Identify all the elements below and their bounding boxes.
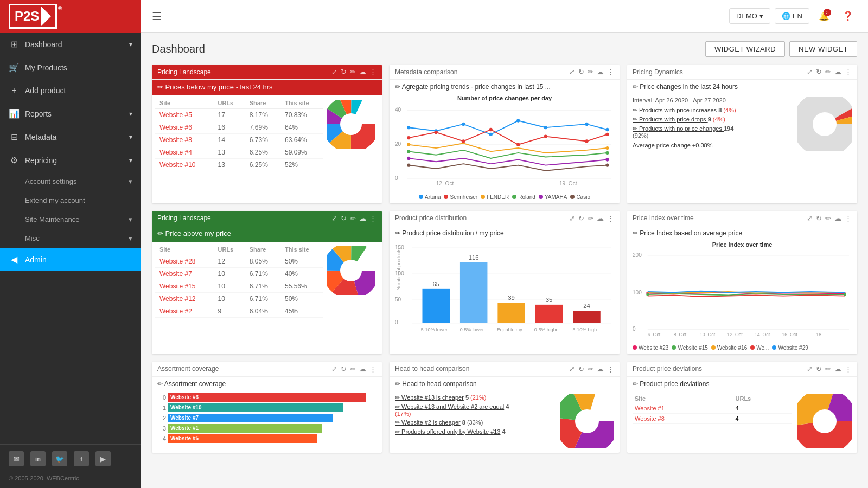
refresh-icon[interactable]: ↻ <box>341 365 347 373</box>
svg-rect-64 <box>497 303 525 323</box>
expand-icon[interactable]: ⤢ <box>569 365 575 373</box>
refresh-icon[interactable]: ↻ <box>578 214 584 222</box>
notifications-button[interactable]: 🔔 3 <box>814 7 833 26</box>
edit-icon[interactable]: ✏ <box>825 214 831 222</box>
pd-row-no-change[interactable]: ✏ Products with no price changes 194 (92… <box>633 125 792 139</box>
cloud-icon[interactable]: ☁ <box>834 365 841 373</box>
table-row: Website #14 <box>633 403 792 413</box>
site-link[interactable]: Website #8 <box>633 413 733 423</box>
assortment-bars: 0Website #61Website #102Website #73Websi… <box>152 390 382 449</box>
expand-icon[interactable]: ⤢ <box>807 365 813 373</box>
twitter-icon[interactable]: 🐦 <box>52 451 67 466</box>
site-link[interactable]: Website #8 <box>155 134 214 146</box>
widget-title: Pricing Landscape <box>157 68 211 76</box>
cloud-icon[interactable]: ☁ <box>597 365 604 373</box>
more-icon[interactable]: ⋮ <box>607 214 614 222</box>
expand-icon[interactable]: ⤢ <box>569 214 575 222</box>
expand-icon[interactable]: ⤢ <box>331 68 337 76</box>
help-button[interactable]: ❓ <box>838 7 857 26</box>
sidebar-item-dashboard[interactable]: ⊞ Dashboard ▾ <box>0 33 141 56</box>
sidebar-item-reports[interactable]: 📊 Reports ▾ <box>0 102 141 125</box>
sidebar-item-admin[interactable]: ◀ Admin <box>0 248 141 271</box>
more-icon[interactable]: ⋮ <box>369 365 376 373</box>
site-link[interactable]: Website #5 <box>155 109 214 121</box>
more-icon[interactable]: ⋮ <box>845 365 852 373</box>
more-icon[interactable]: ⋮ <box>845 68 852 76</box>
edit-icon[interactable]: ✏ <box>588 214 593 222</box>
logo[interactable]: P2S ® <box>0 0 141 33</box>
pd-row-drops[interactable]: ✏ Products with price drops 9 (4%) <box>633 116 792 123</box>
site-link[interactable]: Website #2 <box>155 305 214 317</box>
cloud-icon[interactable]: ☁ <box>834 68 841 76</box>
list-item: 0Website #6 <box>157 393 376 402</box>
site-link[interactable]: Website #12 <box>155 292 214 305</box>
expand-icon[interactable]: ⤢ <box>331 214 337 222</box>
refresh-icon[interactable]: ↻ <box>816 68 822 76</box>
edit-icon[interactable]: ✏ <box>825 68 831 76</box>
price-index-chart: Price Index over time 200 100 0 <box>627 239 857 343</box>
edit-icon[interactable]: ✏ <box>350 214 356 222</box>
site-link[interactable]: Website #1 <box>633 403 733 413</box>
refresh-icon[interactable]: ↻ <box>341 68 347 76</box>
refresh-icon[interactable]: ↻ <box>341 214 347 222</box>
sidebar-item-metadata[interactable]: ⊟ Metadata ▾ <box>0 125 141 149</box>
site-link[interactable]: Website #6 <box>155 121 214 134</box>
sidebar-item-extend-account[interactable]: Extend my account <box>0 191 141 210</box>
expand-icon[interactable]: ⤢ <box>569 68 575 76</box>
edit-icon[interactable]: ✏ <box>825 365 831 373</box>
menu-toggle-button[interactable]: ☰ <box>152 10 162 23</box>
refresh-icon[interactable]: ↻ <box>578 68 584 76</box>
site-link[interactable]: Website #10 <box>155 159 214 171</box>
sidebar-item-label: Admin <box>25 255 47 264</box>
svg-text:18.: 18. <box>816 332 822 337</box>
cloud-icon[interactable]: ☁ <box>359 68 366 76</box>
email-icon[interactable]: ✉ <box>9 451 24 466</box>
site-link[interactable]: Website #7 <box>155 267 214 280</box>
more-icon[interactable]: ⋮ <box>845 214 852 222</box>
expand-icon[interactable]: ⤢ <box>331 365 337 373</box>
edit-icon[interactable]: ✏ <box>350 68 356 76</box>
site-link[interactable]: Website #28 <box>155 255 214 267</box>
pd-row-increases[interactable]: ✏ Products with price increases 8 (4%) <box>633 107 792 114</box>
edit-icon[interactable]: ✏ <box>588 365 593 373</box>
expand-icon[interactable]: ⤢ <box>807 214 813 222</box>
refresh-icon[interactable]: ↻ <box>578 365 584 373</box>
demo-dropdown-button[interactable]: DEMO ▾ <box>729 8 770 24</box>
legend-w29: Website #29 <box>772 345 808 351</box>
language-button[interactable]: 🌐 EN <box>775 8 809 24</box>
widget-subtitle: ✏ Price above my price <box>152 226 382 242</box>
expand-icon[interactable]: ⤢ <box>807 68 813 76</box>
sidebar-item-misc[interactable]: Misc ▾ <box>0 229 141 248</box>
svg-text:Equal to my...: Equal to my... <box>497 327 526 332</box>
more-icon[interactable]: ⋮ <box>607 365 614 373</box>
more-icon[interactable]: ⋮ <box>369 68 376 76</box>
cloud-icon[interactable]: ☁ <box>359 365 366 373</box>
cloud-icon[interactable]: ☁ <box>834 214 841 222</box>
sidebar-item-label: Add product <box>25 86 66 95</box>
cloud-icon[interactable]: ☁ <box>597 214 604 222</box>
svg-text:0-5% lower...: 0-5% lower... <box>460 327 488 332</box>
new-widget-button[interactable]: NEW WIDGET <box>789 41 857 57</box>
widget-wizard-button[interactable]: WIDGET WIZARD <box>705 41 785 57</box>
sidebar-item-repricing[interactable]: ⚙ Repricing ▾ <box>0 149 141 172</box>
site-link[interactable]: Website #4 <box>155 146 214 159</box>
facebook-icon[interactable]: f <box>74 451 89 466</box>
edit-icon[interactable]: ✏ <box>588 68 593 76</box>
more-icon[interactable]: ⋮ <box>607 68 614 76</box>
site-link[interactable]: Website #15 <box>155 280 214 292</box>
sidebar-item-site-maintenance[interactable]: Site Maintenance ▾ <box>0 210 141 229</box>
edit-icon[interactable]: ✏ <box>350 365 356 373</box>
sidebar-item-my-products[interactable]: 🛒 My Products <box>0 56 141 79</box>
refresh-icon[interactable]: ↻ <box>816 214 822 222</box>
sidebar-item-account-settings[interactable]: Account settings ▾ <box>0 172 141 191</box>
svg-text:24: 24 <box>583 303 590 309</box>
linkedin-icon[interactable]: in <box>30 451 46 466</box>
widget-title: Metadata comparison <box>395 68 457 76</box>
cloud-icon[interactable]: ☁ <box>359 214 366 222</box>
refresh-icon[interactable]: ↻ <box>816 365 822 373</box>
cloud-icon[interactable]: ☁ <box>597 68 604 76</box>
youtube-icon[interactable]: ▶ <box>95 451 111 466</box>
more-icon[interactable]: ⋮ <box>369 214 376 222</box>
sidebar-item-add-product[interactable]: + Add product <box>0 79 141 102</box>
svg-point-50 <box>340 260 362 281</box>
